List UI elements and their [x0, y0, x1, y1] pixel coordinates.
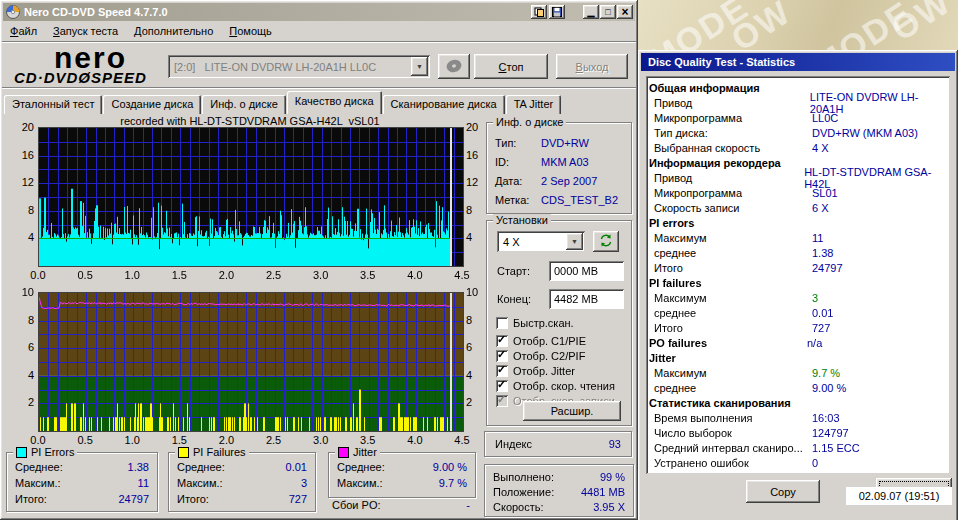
legend-box-title: Jitter	[335, 446, 380, 458]
stat-label: Число выборок	[646, 427, 812, 439]
stat-value: DVD+RW (MKM A03)	[812, 127, 918, 139]
disc-info-row: Дата:2 Sep 2007	[495, 171, 627, 190]
legend-box-jitter: JitterСреднее:9.00 %Максим.:9.7 %	[328, 452, 476, 498]
stats-titlebar[interactable]: Disc Quality Test - Statistics	[641, 53, 955, 71]
y-axis-label: 10	[466, 286, 488, 298]
legend-rows: Среднее:1.38Максим.:11Итого:24797	[7, 459, 157, 507]
stat-value: 727	[812, 322, 830, 334]
speed-select[interactable]: 4 X ▼	[497, 231, 585, 252]
legend-row: Итого:24797	[7, 491, 157, 507]
progress-label: Выполнено:	[493, 471, 554, 483]
stat-row: Время выполнения16:03	[646, 410, 950, 425]
pi-errors-chart	[38, 127, 464, 267]
checkbox-1[interactable]	[496, 317, 508, 329]
refresh-button[interactable]	[593, 231, 619, 252]
menu-item-запуск-теста[interactable]: Запуск теста	[47, 24, 124, 38]
y-axis-label: 20	[12, 121, 34, 133]
legend-label: Максим.:	[15, 477, 61, 489]
stat-row: среднее1.38	[646, 245, 950, 260]
copy-button[interactable]: Copy	[746, 480, 820, 503]
tab-1[interactable]: Эталонный тест	[4, 95, 102, 114]
y-axis-label: 4	[466, 231, 488, 243]
stat-label: Устранено ошибок	[646, 457, 812, 469]
tab-5[interactable]: Сканирование диска	[383, 95, 505, 114]
stat-label: Тип диска:	[646, 127, 812, 139]
stat-section-header: PO failuresn/a	[646, 335, 950, 350]
stop-button[interactable]: Стоп	[474, 54, 548, 79]
display-option-checkboxes: Быстр.скан.✓Отобр. C1/PIE✓Отобр. C2/PIF✓…	[496, 315, 629, 408]
checkbox-label: Отобр. скор. чтения	[513, 380, 615, 392]
progress-row: Положение:4481 MB	[493, 484, 625, 499]
legend-row: Максим.:11	[7, 475, 157, 491]
x-axis-label: 1.0	[119, 269, 145, 281]
tab-3[interactable]: Инф. о диске	[202, 95, 285, 114]
tab-4[interactable]: Качество диска	[287, 91, 382, 114]
disc-button[interactable]	[438, 54, 470, 79]
stat-value: 4 X	[812, 142, 829, 154]
menu-item-помощь[interactable]: Помощь	[223, 24, 278, 38]
x-axis-label: 2.5	[261, 434, 287, 446]
check-icon: ✓	[497, 393, 506, 406]
y-axis-label: 10	[12, 286, 34, 298]
stat-value: 16:03	[812, 412, 840, 424]
checkbox-6[interactable]: ✓	[496, 395, 508, 407]
stat-label: Максимум	[646, 367, 812, 379]
x-axis-label: 2.0	[213, 434, 239, 446]
stat-row: Итого24797	[646, 260, 950, 275]
settings-group: Установки 4 X ▼ Старт: 0000 MB Конец: 44…	[486, 220, 632, 426]
legend-row: Среднее:0.01	[169, 459, 315, 475]
start-label: Старт:	[497, 265, 530, 277]
checkbox-5[interactable]: ✓	[496, 380, 508, 392]
stat-value: 11	[812, 232, 823, 244]
close-button[interactable]: ×	[617, 5, 633, 19]
x-axis-label: 4.0	[402, 269, 428, 281]
minimize-button[interactable]: ▁	[583, 5, 599, 19]
menu-item-файл[interactable]: Файл	[4, 24, 43, 38]
dropdown-arrow-icon[interactable]: ▼	[411, 57, 428, 76]
dropdown-arrow-icon[interactable]: ▼	[566, 233, 583, 250]
legend-box-name: PI Failures	[193, 446, 246, 458]
po-failures-row: Сбои PO: -	[332, 499, 470, 511]
legend-value: 3	[301, 477, 307, 489]
checkbox-4[interactable]: ✓	[496, 365, 508, 377]
stat-label: Выбранная скорость	[646, 142, 812, 154]
checkbox-label: Отобр. C2/PIF	[513, 350, 585, 362]
disc-info-label: ID:	[495, 156, 541, 168]
stat-row: ПриводLITE-ON DVDRW LH-20A1H	[646, 95, 950, 110]
end-input[interactable]: 4482 MB	[549, 289, 624, 309]
main-titlebar[interactable]: Nero CD-DVD Speed 4.7.7.0 ▁ □ ×	[3, 3, 635, 21]
legend-row: Итого:727	[169, 491, 315, 507]
stats-content: Общая информацияПриводLITE-ON DVDRW LH-2…	[646, 76, 950, 474]
x-axis-label: 3.0	[308, 269, 334, 281]
tab-2[interactable]: Создание диска	[103, 95, 201, 114]
stat-label: Время выполнения	[646, 412, 812, 424]
progress-value: 3.95 X	[593, 501, 625, 513]
stat-row: Устранено ошибок0	[646, 455, 950, 470]
series-color-chip	[16, 447, 27, 458]
index-value: 93	[609, 438, 621, 450]
checkbox-row: Быстр.скан.	[496, 315, 629, 330]
series-color-chip	[338, 447, 349, 458]
legend-value: 24797	[118, 493, 149, 505]
disc-info-value: MKM A03	[541, 156, 589, 168]
y-axis-label: 8	[12, 204, 34, 216]
menu-item-дополнительно[interactable]: Дополнительно	[128, 24, 219, 38]
index-box: Индекс 93	[484, 431, 632, 457]
progress-label: Скорость:	[493, 501, 544, 513]
exit-button[interactable]: Выход	[556, 54, 628, 79]
progress-value: 4481 MB	[581, 486, 625, 498]
start-input[interactable]: 0000 MB	[549, 261, 624, 281]
checkbox-2[interactable]: ✓	[496, 335, 508, 347]
save-icon[interactable]	[549, 5, 565, 19]
stat-value: 9.00 %	[812, 382, 846, 394]
advanced-button[interactable]: Расшир.	[523, 401, 621, 421]
copy-icon[interactable]	[531, 5, 547, 19]
x-axis-label: 3.5	[355, 434, 381, 446]
checkbox-3[interactable]: ✓	[496, 350, 508, 362]
legend-box-pi-failures: PI FailuresСреднее:0.01Максим.:3Итого:72…	[168, 452, 316, 512]
tab-6[interactable]: TA Jitter	[506, 95, 562, 114]
stat-value: 124797	[812, 427, 849, 439]
drive-select[interactable]: [2:0] LITE-ON DVDRW LH-20A1H LL0C ▼	[168, 55, 430, 78]
maximize-button[interactable]: □	[600, 5, 616, 19]
legend-value: 9.7 %	[439, 477, 467, 489]
